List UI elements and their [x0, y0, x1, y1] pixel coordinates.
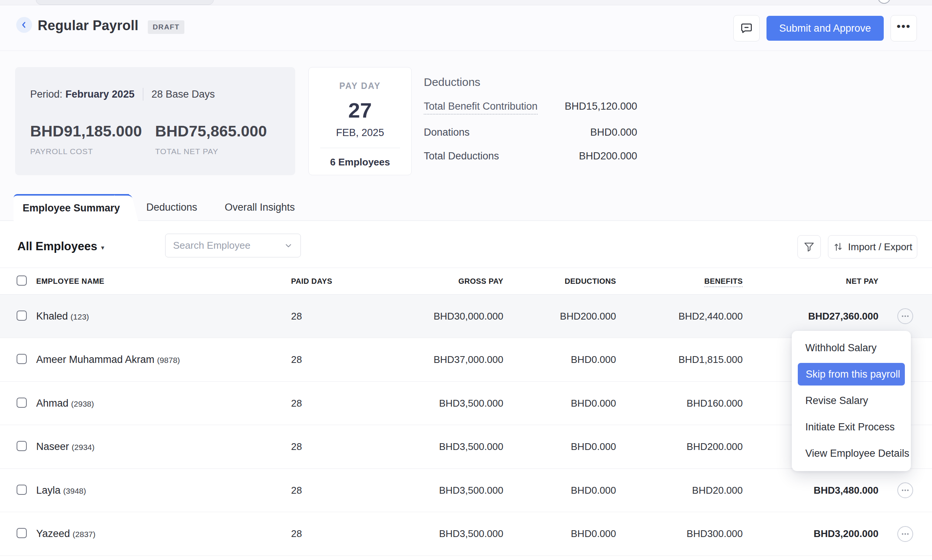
- submit-and-approve-button[interactable]: Submit and Approve: [767, 16, 884, 41]
- summary-amounts: BHD91,185.000 PAYROLL COST BHD75,865.000…: [30, 123, 280, 156]
- col-net-pay: NET PAY: [743, 277, 878, 286]
- row-checkbox[interactable]: [17, 528, 27, 538]
- payday-day: 27: [309, 98, 411, 123]
- deductions-cell: BHD0.000: [503, 441, 616, 452]
- period-line: Period: February 2025 28 Base Days: [30, 88, 280, 101]
- comments-button[interactable]: [733, 15, 760, 42]
- deductions-panel: Deductions Total Benefit Contribution BH…: [424, 76, 637, 162]
- tab-employee-summary[interactable]: Employee Summary: [14, 194, 129, 221]
- table-row[interactable]: Khaled(123) 28 BHD30,000.000 BHD200.000 …: [0, 295, 932, 338]
- employee-name-cell: Khaled(123): [36, 311, 291, 322]
- gross-pay-cell: BHD30,000.000: [340, 311, 503, 322]
- caret-down-icon: ▾: [101, 242, 105, 252]
- table-row[interactable]: Layla(3948) 28 BHD3,500.000 BHD0.000 BHD…: [0, 469, 932, 512]
- net-pay-cell: BHD3,480.000: [743, 485, 878, 496]
- filter-button[interactable]: [797, 235, 821, 258]
- col-employee-name: EMPLOYEE NAME: [36, 277, 291, 286]
- row-checkbox[interactable]: [17, 398, 27, 408]
- filter-funnel-icon: [803, 241, 815, 252]
- row-actions-button[interactable]: [897, 482, 913, 498]
- page-title: Regular Payroll: [38, 18, 139, 34]
- row-checkbox[interactable]: [17, 354, 27, 364]
- search-placeholder: Search Employee: [173, 240, 284, 251]
- employee-name-cell: Yazeed(2837): [36, 528, 291, 540]
- payroll-run-page: Regular Payroll DRAFT Submit and Approve…: [0, 0, 932, 560]
- base-days: 28 Base Days: [152, 89, 215, 100]
- paid-days-cell: 28: [291, 441, 340, 452]
- benefits-cell: BHD1,815.000: [616, 354, 743, 366]
- total-net-pay-label: TOTAL NET PAY: [156, 147, 280, 156]
- top-strip: [0, 0, 932, 5]
- menu-item-skip-from-payroll[interactable]: Skip from this payroll: [798, 363, 905, 386]
- tab-deductions[interactable]: Deductions: [146, 194, 197, 221]
- chevron-down-icon: [284, 241, 293, 250]
- gross-pay-cell: BHD37,000.000: [340, 354, 503, 366]
- deductions-cell: BHD0.000: [503, 485, 616, 496]
- menu-item-initiate-exit-process[interactable]: Initiate Exit Process: [792, 414, 911, 440]
- deductions-cell: BHD0.000: [503, 528, 616, 540]
- benefits-cell: BHD200.000: [616, 441, 743, 452]
- payday-card: PAY DAY 27 FEB, 2025 6 Employees: [308, 67, 412, 175]
- period-summary-card: Period: February 2025 28 Base Days BHD91…: [15, 67, 295, 175]
- menu-item-withhold-salary[interactable]: Withhold Salary: [792, 335, 911, 361]
- col-paid-days: PAID DAYS: [291, 277, 340, 286]
- menu-item-revise-salary[interactable]: Revise Salary: [792, 388, 911, 414]
- total-benefit-contribution-label[interactable]: Total Benefit Contribution: [424, 101, 538, 115]
- paid-days-cell: 28: [291, 311, 340, 322]
- import-export-arrows-icon: [833, 242, 843, 252]
- select-all-checkbox[interactable]: [17, 275, 27, 286]
- total-deductions-label: Total Deductions: [424, 150, 499, 162]
- row-checkbox[interactable]: [17, 311, 27, 321]
- donations-label: Donations: [424, 127, 470, 138]
- row-checkbox[interactable]: [17, 441, 27, 451]
- search-employee-combobox[interactable]: Search Employee: [165, 234, 301, 257]
- payday-month-year: FEB, 2025: [309, 127, 411, 139]
- employee-filter-dropdown[interactable]: All Employees ▾: [17, 240, 104, 253]
- table-header: EMPLOYEE NAME PAID DAYS GROSS PAY DEDUCT…: [0, 268, 932, 295]
- menu-item-view-employee-details[interactable]: View Employee Details: [792, 440, 911, 466]
- total-benefit-contribution-value: BHD15,120.000: [565, 101, 637, 112]
- net-pay-cell: BHD27,360.000: [743, 311, 878, 322]
- row-actions-button[interactable]: [897, 526, 913, 542]
- employee-name-cell: Naseer(2934): [36, 441, 291, 452]
- global-search-bar-partial[interactable]: [36, 0, 214, 5]
- employee-name-cell: Ameer Muhammad Akram(9878): [36, 354, 291, 366]
- paid-days-cell: 28: [291, 398, 340, 409]
- tab-overall-insights[interactable]: Overall Insights: [225, 194, 295, 221]
- deduction-row: Total Benefit Contribution BHD15,120.000: [424, 101, 637, 115]
- col-deductions: DEDUCTIONS: [503, 277, 616, 286]
- row-actions-button[interactable]: [897, 308, 913, 324]
- paid-days-cell: 28: [291, 354, 340, 366]
- row-checkbox[interactable]: [17, 485, 27, 495]
- deductions-cell: BHD0.000: [503, 354, 616, 366]
- deductions-cell: BHD200.000: [503, 311, 616, 322]
- table-row[interactable]: Yazeed(2837) 28 BHD3,500.000 BHD0.000 BH…: [0, 512, 932, 556]
- paid-days-cell: 28: [291, 485, 340, 496]
- net-pay-cell: BHD3,200.000: [743, 528, 878, 540]
- back-button[interactable]: [16, 17, 32, 33]
- col-benefits: BENEFITS: [616, 277, 743, 286]
- gross-pay-cell: BHD3,500.000: [340, 485, 503, 496]
- header-actions: Submit and Approve •••: [733, 15, 917, 42]
- benefits-cell: BHD160.000: [616, 398, 743, 409]
- payday-divider: [320, 148, 400, 148]
- payday-employee-count: 6 Employees: [309, 156, 411, 168]
- row-context-menu: Withhold Salary Skip from this payroll R…: [792, 331, 911, 471]
- payroll-cost-value: BHD91,185.000: [30, 123, 156, 140]
- total-deductions-value: BHD200.000: [579, 150, 637, 162]
- benefits-cell: BHD20.000: [616, 485, 743, 496]
- payday-label: PAY DAY: [309, 81, 411, 91]
- import-export-button[interactable]: Import / Export: [828, 235, 917, 258]
- period-label: Period:: [30, 89, 63, 100]
- employee-name-cell: Ahmad(2938): [36, 398, 291, 409]
- donations-value: BHD0.000: [590, 127, 637, 138]
- deduction-row: Donations BHD0.000: [424, 127, 637, 138]
- paid-days-cell: 28: [291, 528, 340, 540]
- chevron-left-icon: [20, 21, 28, 29]
- status-badge: DRAFT: [148, 20, 184, 34]
- deductions-cell: BHD0.000: [503, 398, 616, 409]
- avatar[interactable]: [878, 0, 890, 4]
- summary-band: Period: February 2025 28 Base Days BHD91…: [0, 51, 932, 221]
- more-options-button[interactable]: •••: [890, 15, 917, 42]
- total-net-pay-value: BHD75,865.000: [156, 123, 280, 140]
